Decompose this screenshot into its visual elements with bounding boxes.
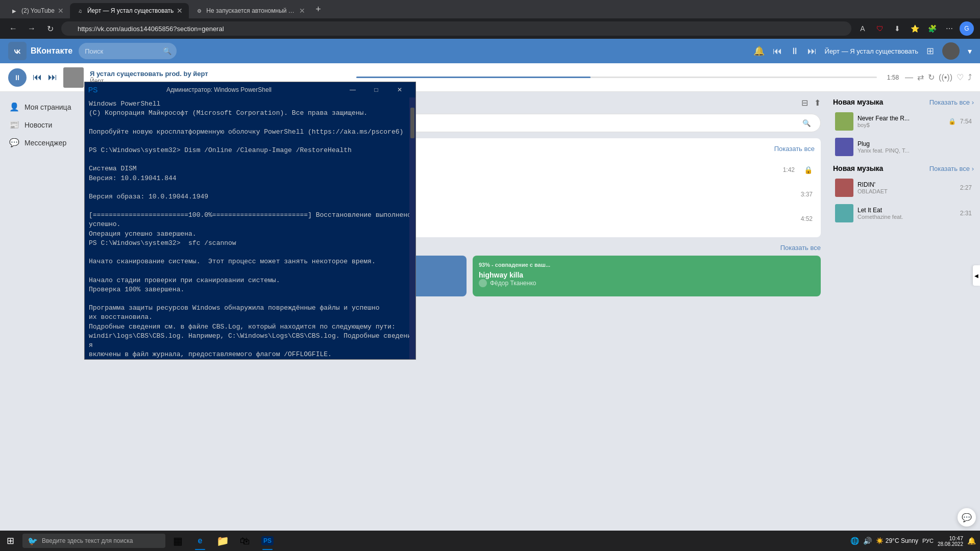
taskbar-time: 10:47: [938, 535, 963, 541]
vk-search-input[interactable]: [79, 43, 177, 59]
menu-icon[interactable]: ⋯: [942, 21, 957, 36]
forum-favicon: ⚙: [195, 7, 203, 15]
right-info-1: Never Fear the R... boy$: [857, 115, 944, 128]
rec-card-2-title: highway killa: [479, 271, 815, 279]
start-button[interactable]: ⊞: [0, 531, 20, 551]
right-art-3: [835, 179, 853, 197]
vk-header: ВКонтакте 🔍 🔔 ⏮ ⏸ ⏭ Йерт — Я устал сущес…: [0, 39, 980, 63]
ps-maximize-button[interactable]: □: [364, 82, 388, 97]
taskbar-task-view[interactable]: ▦: [167, 531, 188, 551]
right-title-3: RIDIN': [857, 181, 956, 188]
show-all-my-music[interactable]: Показать все: [774, 145, 815, 153]
taskbar: ⊞ 🐦 Введите здесь текст для поиска ▦ e 📁…: [0, 531, 980, 551]
right-title-1: Never Fear the R...: [857, 115, 944, 122]
right-track-4[interactable]: Let It Eat Comethazine feat. 2:31: [833, 202, 974, 224]
ps-content: Windows PowerShell (С) Корпорация Майкро…: [89, 99, 411, 359]
notifications-icon[interactable]: 🔔: [967, 537, 976, 545]
show-all-new2[interactable]: Показать все ›: [929, 165, 974, 172]
vk-header-right: 🔔 ⏮ ⏸ ⏭ Йерт — Я устал существовать ⊞ ▾: [183, 42, 972, 60]
powershell-window: PS Администратор: Windows PowerShell — □…: [84, 82, 416, 360]
prev-track-icon[interactable]: ⏮: [773, 46, 782, 57]
next-track-icon[interactable]: ⏭: [807, 46, 817, 57]
bell-icon[interactable]: 🔔: [753, 45, 765, 57]
right-title-2: Plug: [857, 140, 972, 147]
bookmarks-icon[interactable]: ⭐: [908, 21, 922, 36]
tab-youtube[interactable]: ▶ (2) YouTube ✕: [4, 3, 70, 18]
apps-grid-icon[interactable]: ⊞: [926, 45, 934, 57]
refresh-button[interactable]: ↻: [43, 21, 57, 36]
shuffle-icon[interactable]: ⇄: [917, 72, 924, 82]
right-info-4: Let It Eat Comethazine feat.: [857, 207, 956, 220]
tab-forum-close[interactable]: ✕: [299, 7, 305, 15]
taskbar-language[interactable]: РУС: [922, 538, 934, 544]
network-icon[interactable]: 🌐: [850, 537, 859, 545]
right-panel: Новая музыка Показать все › Never Fear t…: [827, 92, 980, 551]
new-tab-button[interactable]: +: [311, 4, 325, 15]
ps-minimize-button[interactable]: —: [341, 82, 364, 97]
taskbar-search-box[interactable]: 🐦 Введите здесь текст для поиска: [22, 534, 165, 548]
user-menu-chevron-icon[interactable]: ▾: [968, 46, 972, 56]
track-duration-1: 1:42: [783, 166, 795, 173]
vk-logo[interactable]: ВКонтакте: [8, 42, 72, 60]
right-art-2: [835, 138, 853, 156]
taskbar-search-placeholder: Введите здесь текст для поиска: [42, 537, 133, 544]
like-icon[interactable]: ♡: [957, 72, 964, 82]
filter-icon[interactable]: ⊟: [801, 98, 808, 108]
vk-user-avatar[interactable]: [942, 42, 960, 60]
taskbar-store[interactable]: 🛍: [235, 531, 255, 551]
player-prev-button[interactable]: ⏮: [33, 72, 42, 83]
rec-card-2[interactable]: 93% - совпадение с ваш... highway killa …: [473, 256, 821, 296]
right-info-3: RIDIN' OBLADAET: [857, 181, 956, 194]
taskbar-explorer[interactable]: 📁: [212, 531, 233, 551]
pause-track-header-icon[interactable]: ⏸: [790, 46, 799, 57]
ps-scrollbar[interactable]: [409, 97, 415, 359]
ps-titlebar: PS Администратор: Windows PowerShell — □…: [85, 82, 415, 97]
messages-fab-button[interactable]: 💬: [958, 508, 976, 527]
sun-icon: ☀️: [876, 537, 884, 544]
right-track-1[interactable]: Never Fear the R... boy$ 🔒 7:54: [833, 110, 974, 133]
track-options-1[interactable]: 🔒: [804, 166, 813, 174]
volume-icon[interactable]: —: [905, 73, 913, 82]
tab-vk[interactable]: ♫ Йерт — Я устал существовать ✕: [70, 3, 189, 18]
sidebar-collapse-button[interactable]: ◀: [973, 265, 980, 286]
radio-icon[interactable]: ((•)): [939, 73, 952, 82]
download-icon[interactable]: ⬇: [890, 21, 904, 36]
player-next-button[interactable]: ⏭: [48, 72, 57, 83]
taskbar-powershell[interactable]: PS: [257, 531, 278, 551]
taskbar-edge[interactable]: e: [190, 531, 210, 551]
right-track-3[interactable]: RIDIN' OBLADAET 2:27: [833, 177, 974, 199]
right-track-2[interactable]: Plug Yanix feat. PINQ, T...: [833, 136, 974, 158]
share-icon[interactable]: ⤴: [968, 73, 972, 82]
show-all-rec[interactable]: Показать все: [780, 244, 821, 252]
upload-icon[interactable]: ⬆: [814, 98, 821, 108]
address-bar[interactable]: [61, 21, 851, 36]
translate-icon[interactable]: A: [855, 21, 870, 36]
progress-bar[interactable]: [356, 77, 877, 78]
right-panel-header2: Новая музыка Показать все ›: [833, 164, 974, 172]
volume-icon[interactable]: 🔊: [863, 537, 872, 545]
pause-button[interactable]: ⏸: [8, 68, 27, 87]
right-artist-1: boy$: [857, 122, 944, 128]
new-music-label: Новая музыка: [833, 98, 883, 106]
track-title: Я устал существовать prod. by йерт: [90, 70, 350, 78]
extensions-icon[interactable]: 🧩: [925, 21, 939, 36]
vk-favicon: ♫: [76, 7, 84, 15]
show-all-new[interactable]: Показать все ›: [929, 98, 974, 106]
right-panel-header: Новая музыка Показать все ›: [833, 98, 974, 106]
shield-icon[interactable]: 🛡: [873, 21, 887, 36]
tab-youtube-close[interactable]: ✕: [58, 7, 64, 15]
tab-vk-close[interactable]: ✕: [177, 7, 183, 15]
forward-button[interactable]: →: [24, 21, 39, 36]
profile-icon[interactable]: G: [960, 21, 974, 36]
artist-avatar: [479, 279, 487, 287]
browser-chrome: ▶ (2) YouTube ✕ ♫ Йерт — Я устал существ…: [0, 0, 980, 39]
repeat-icon[interactable]: ↻: [928, 72, 935, 82]
taskbar-weather[interactable]: ☀️ 29°C Sunny: [876, 537, 918, 544]
ps-scrollbar-thumb[interactable]: [410, 108, 414, 138]
ps-close-button[interactable]: ✕: [388, 82, 411, 97]
back-button[interactable]: ←: [6, 21, 20, 36]
music-search-icon[interactable]: 🔍: [802, 114, 811, 132]
taskbar-clock[interactable]: 10:47 28.08.2022: [938, 535, 963, 547]
tab-forum[interactable]: ⚙ Не запускается автономный м... ✕: [189, 3, 311, 18]
ps-body[interactable]: Windows PowerShell (С) Корпорация Майкро…: [85, 97, 415, 359]
